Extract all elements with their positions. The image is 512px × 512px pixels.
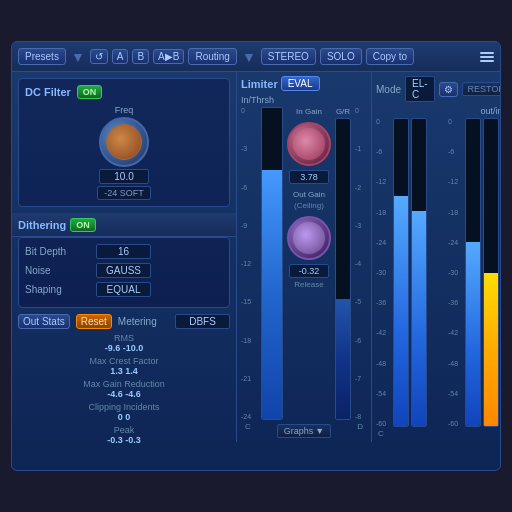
copy-to-button[interactable]: Copy to bbox=[366, 48, 414, 65]
right-panel: Mode EL-C ⚙ RESTORE out/in 0.8 0-6-12-18… bbox=[372, 72, 501, 442]
noise-row: Noise GAUSS bbox=[25, 263, 223, 278]
stereo-button[interactable]: STEREO bbox=[261, 48, 316, 65]
right-meter-bars bbox=[465, 118, 501, 427]
routing-button[interactable]: Routing bbox=[188, 48, 236, 65]
ab-button[interactable]: A bbox=[112, 49, 129, 64]
cd-labels: C Graphs ▼ D bbox=[241, 422, 367, 438]
reset-button[interactable]: ↺ bbox=[90, 49, 108, 64]
out-gain-knob[interactable] bbox=[287, 216, 331, 260]
menu-line2 bbox=[480, 56, 494, 58]
limiter-label: Limiter bbox=[241, 78, 278, 90]
right-meter-2 bbox=[483, 118, 499, 427]
bit-depth-row: Bit Depth 16 bbox=[25, 244, 223, 259]
plugin-window: Presets ▼ ↺ A B A▶B Routing ▼ STEREO SOL… bbox=[11, 41, 501, 471]
menu-line3 bbox=[480, 60, 494, 62]
restore-btn[interactable]: RESTORE bbox=[462, 82, 501, 96]
out-in-label: out/in bbox=[480, 106, 501, 116]
gr-label: G/R bbox=[336, 107, 350, 116]
dc-filter-section: DC Filter ON Freq 10.0 -24 SOFT bbox=[18, 78, 230, 207]
right-meter-1 bbox=[465, 118, 481, 427]
dithering-row: Dithering ON bbox=[12, 213, 236, 237]
rms-value: -9.6 -10.0 bbox=[18, 343, 230, 353]
out-gain-sub: (Ceiling) bbox=[294, 201, 324, 210]
in-meter-fill bbox=[262, 170, 282, 419]
rms-label: RMS bbox=[18, 333, 230, 343]
in-gain-knob[interactable] bbox=[287, 122, 331, 166]
left-meter-1 bbox=[393, 118, 409, 427]
sep2: ▼ bbox=[242, 49, 256, 65]
gain-red-row: Max Gain Reduction -4.6 -4.6 bbox=[18, 379, 230, 399]
crest-row: Max Crest Factor 1.3 1.4 bbox=[18, 356, 230, 376]
right-scale-left: 0-6-12-18-24-30-36-42-48-54-60 bbox=[376, 118, 390, 427]
left-channel-meters bbox=[393, 118, 445, 427]
noise-label: Noise bbox=[25, 265, 90, 276]
mode-label: Mode bbox=[376, 84, 401, 95]
graphs-button[interactable]: Graphs ▼ bbox=[277, 424, 331, 438]
solo-button[interactable]: SOLO bbox=[320, 48, 362, 65]
left-meter-2-fill bbox=[412, 211, 426, 426]
left-meter-bars bbox=[393, 118, 445, 427]
reset-button[interactable]: Reset bbox=[76, 314, 112, 329]
metering-value: DBFS bbox=[175, 314, 230, 329]
dc-filter-header: DC Filter ON bbox=[25, 85, 223, 99]
left-panel: DC Filter ON Freq 10.0 -24 SOFT Ditherin… bbox=[12, 72, 237, 442]
soft-btn[interactable]: -24 SOFT bbox=[97, 186, 151, 200]
right-meter-1-fill bbox=[466, 242, 480, 426]
limiter-header: Limiter EVAL bbox=[241, 76, 367, 91]
shaping-label: Shaping bbox=[25, 284, 90, 295]
out-in-header: out/in 0.8 bbox=[376, 106, 501, 116]
in-meter-col bbox=[261, 107, 283, 420]
dc-filter-on[interactable]: ON bbox=[77, 85, 103, 99]
limiter-scale: 0-3-6-9-12-15-18-21-24 bbox=[241, 107, 257, 420]
in-gain-value: 3.78 bbox=[289, 170, 329, 184]
clip-row: Clipping Incidents 0 0 bbox=[18, 402, 230, 422]
gr-meter-fill bbox=[336, 299, 350, 419]
out-stats-button[interactable]: Out Stats bbox=[18, 314, 70, 329]
right-meter-2-fill bbox=[484, 273, 498, 427]
left-meter-2 bbox=[411, 118, 427, 427]
b-button[interactable]: B bbox=[132, 49, 149, 64]
gain-red-value: -4.6 -4.6 bbox=[18, 389, 230, 399]
peak-label: Peak bbox=[18, 425, 230, 435]
clip-label: Clipping Incidents bbox=[18, 402, 230, 412]
noise-value: GAUSS bbox=[96, 263, 151, 278]
gear-button[interactable]: ⚙ bbox=[439, 82, 458, 97]
menu-icon[interactable] bbox=[480, 52, 494, 62]
peak-row: Peak -0.3 -0.3 bbox=[18, 425, 230, 445]
out-gain-label: Out Gain bbox=[293, 190, 325, 199]
presets-button[interactable]: Presets bbox=[18, 48, 66, 65]
freq-label: Freq bbox=[115, 105, 134, 115]
out-gain-value: -0.32 bbox=[289, 264, 329, 278]
gr-scale: 0-1-2-3-4-5-6-7-8 bbox=[355, 107, 367, 420]
in-thrsh-label: In/Thrsh bbox=[241, 95, 367, 105]
gr-meter-bar bbox=[335, 118, 351, 420]
mode-value: EL-C bbox=[405, 76, 435, 102]
crest-label: Max Crest Factor bbox=[18, 356, 230, 366]
shaping-value: EQUAL bbox=[96, 282, 151, 297]
right-scale-mid: 0-6-12-18-24-30-36-42-48-54-60 bbox=[448, 118, 462, 427]
bit-depth-label: Bit Depth bbox=[25, 246, 90, 257]
atob-button[interactable]: A▶B bbox=[153, 49, 184, 64]
eval-tab[interactable]: EVAL bbox=[281, 76, 320, 91]
in-gain-knob-inner bbox=[293, 128, 325, 160]
release-label: Release bbox=[294, 280, 323, 289]
bit-depth-value: 16 bbox=[96, 244, 151, 259]
crest-value: 1.3 1.4 bbox=[18, 366, 230, 376]
freq-knob[interactable] bbox=[99, 117, 149, 167]
gain-red-label: Max Gain Reduction bbox=[18, 379, 230, 389]
clip-value: 0 0 bbox=[18, 412, 230, 422]
limiter-meters: 0-3-6-9-12-15-18-21-24 In Gain 3.78 bbox=[241, 107, 367, 420]
dithering-section: Bit Depth 16 Noise GAUSS Shaping EQUAL bbox=[18, 237, 230, 308]
cd-labels-right: C D bbox=[376, 429, 501, 438]
freq-knob-inner bbox=[106, 124, 142, 160]
sep1: ▼ bbox=[71, 49, 85, 65]
in-meter-bar bbox=[261, 107, 283, 420]
metering-label: Metering bbox=[118, 316, 169, 327]
freq-knob-area: Freq 10.0 -24 SOFT bbox=[25, 105, 223, 200]
stats-section: Out Stats Reset Metering DBFS RMS -9.6 -… bbox=[18, 314, 230, 445]
out-gain-knob-inner bbox=[293, 222, 325, 254]
stats-grid: RMS -9.6 -10.0 Max Crest Factor 1.3 1.4 … bbox=[18, 333, 230, 445]
middle-panel: Limiter EVAL In/Thrsh 0-3-6-9-12-15-18-2… bbox=[237, 72, 372, 442]
dithering-on[interactable]: ON bbox=[70, 218, 96, 232]
right-meters: 0-6-12-18-24-30-36-42-48-54-60 bbox=[376, 118, 501, 427]
